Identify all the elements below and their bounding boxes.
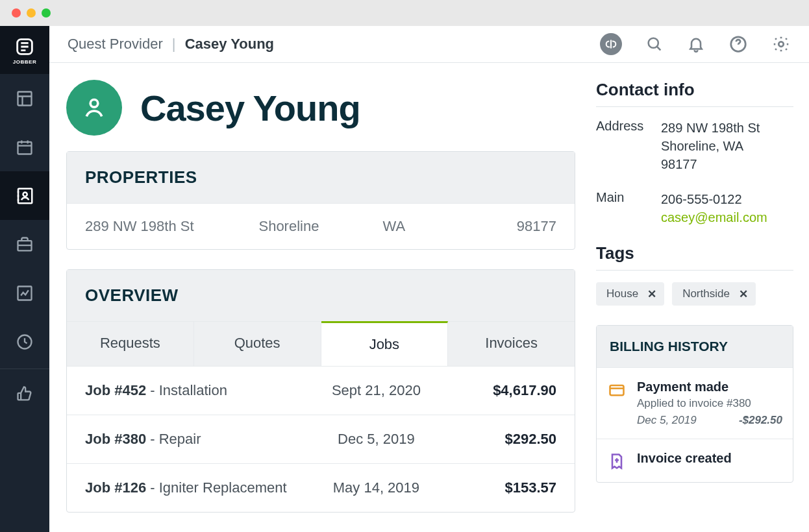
calendar-icon	[16, 138, 34, 156]
tag-label: House	[596, 282, 645, 306]
nav-work[interactable]	[0, 220, 49, 269]
job-amount: $292.50	[445, 431, 556, 448]
tags-row: House ✕ Northside ✕	[596, 282, 793, 306]
billing-item-sub: Applied to invoice #380	[637, 397, 782, 410]
tab-jobs[interactable]: Jobs	[321, 321, 449, 366]
job-date: May 14, 2019	[307, 479, 446, 496]
svg-point-11	[90, 100, 98, 108]
nav-feedback[interactable]	[0, 369, 49, 418]
property-row[interactable]: 289 NW 198th St Shoreline WA 98177	[67, 203, 575, 249]
svg-rect-12	[610, 385, 624, 395]
nav-clients[interactable]	[0, 171, 49, 220]
billing-item[interactable]: Payment made Applied to invoice #380 Dec…	[597, 367, 793, 439]
property-street: 289 NW 198th St	[85, 218, 258, 235]
help-icon	[728, 34, 748, 54]
nav-calendar[interactable]	[0, 123, 49, 171]
address-label: Address	[596, 119, 661, 173]
credit-card-icon	[608, 381, 626, 399]
address-line2: Shoreline, WA	[661, 137, 793, 155]
briefcase-icon	[16, 236, 34, 254]
tag-remove-icon[interactable]: ✕	[736, 287, 756, 301]
dashboard-icon	[16, 90, 34, 108]
property-city: Shoreline	[258, 218, 382, 235]
breadcrumb-client: Casey Young	[185, 36, 274, 52]
job-desc: Repair	[159, 431, 201, 447]
topbar: Quest Provider | Casey Young	[49, 26, 809, 63]
chart-icon	[16, 284, 34, 302]
thumbs-up-icon	[16, 385, 34, 403]
app-logo[interactable]: JOBBER	[0, 26, 49, 74]
billing-item-amount: -$292.50	[739, 414, 782, 427]
overview-tabs: Requests Quotes Jobs Invoices	[67, 321, 575, 366]
job-date: Dec 5, 2019	[307, 431, 446, 448]
job-id: Job #380	[85, 431, 146, 447]
window-close-button[interactable]	[12, 8, 21, 18]
svg-point-4	[23, 192, 27, 196]
help-button[interactable]	[728, 34, 748, 54]
tag-chip[interactable]: Northside ✕	[672, 282, 756, 306]
job-date: Sept 21, 2020	[307, 382, 446, 399]
tag-label: Northside	[672, 282, 736, 306]
search-icon	[645, 35, 664, 53]
svg-rect-2	[18, 141, 32, 154]
nav-reports[interactable]	[0, 269, 49, 317]
svg-point-10	[778, 42, 784, 47]
billing-item[interactable]: Invoice created	[597, 439, 793, 482]
tab-invoices[interactable]: Invoices	[448, 322, 575, 366]
tags-heading: Tags	[596, 243, 793, 263]
property-zip: 98177	[482, 218, 556, 235]
clock-icon	[16, 333, 34, 351]
nav-dashboard[interactable]	[0, 74, 49, 123]
job-row[interactable]: Job #452 - Installation Sept 21, 2020 $4…	[67, 366, 575, 415]
properties-heading: PROPERTIES	[67, 152, 575, 203]
svg-rect-1	[18, 91, 32, 105]
search-button[interactable]	[645, 35, 664, 53]
billing-item-title: Invoice created	[637, 451, 782, 466]
email-link[interactable]: casey@email.com	[661, 208, 793, 226]
client-header: Casey Young	[66, 80, 575, 136]
window-minimize-button[interactable]	[27, 8, 36, 18]
window-titlebar	[0, 0, 809, 26]
tag-remove-icon[interactable]: ✕	[645, 287, 664, 301]
notifications-button[interactable]	[687, 35, 705, 53]
address-zip: 98177	[661, 155, 793, 173]
invoice-icon	[608, 452, 626, 470]
gear-icon	[771, 34, 791, 54]
property-state: WA	[383, 218, 482, 235]
main-label: Main	[596, 190, 661, 226]
address-line1: 289 NW 198th St	[661, 119, 793, 137]
properties-panel: PROPERTIES 289 NW 198th St Shoreline WA …	[66, 151, 575, 250]
bell-icon	[687, 35, 705, 53]
breadcrumb-company[interactable]: Quest Provider	[68, 36, 163, 52]
billing-item-title: Payment made	[637, 380, 782, 394]
contact-info-heading: Contact info	[596, 80, 793, 100]
sidebar: JOBBER	[0, 26, 49, 532]
tab-quotes[interactable]: Quotes	[194, 322, 321, 366]
tag-chip[interactable]: House ✕	[596, 282, 664, 306]
logo-text: JOBBER	[13, 59, 36, 65]
avatar	[66, 80, 122, 136]
tab-requests[interactable]: Requests	[67, 322, 194, 366]
phone-value: 206-555-0122	[661, 190, 793, 208]
logo-icon	[14, 36, 36, 58]
breadcrumb: Quest Provider | Casey Young	[68, 36, 274, 53]
job-id: Job #452	[85, 382, 146, 398]
quickbooks-button[interactable]	[600, 33, 622, 55]
window-maximize-button[interactable]	[42, 8, 51, 18]
breadcrumb-separator: |	[172, 36, 176, 52]
job-amount: $4,617.90	[445, 382, 556, 399]
job-amount: $153.57	[445, 479, 556, 496]
quickbooks-icon	[600, 33, 622, 55]
job-desc: Installation	[159, 382, 227, 398]
job-desc: Igniter Replacement	[159, 479, 287, 496]
contact-address-row: Address 289 NW 198th St Shoreline, WA 98…	[596, 119, 793, 173]
job-row[interactable]: Job #380 - Repair Dec 5, 2019 $292.50	[67, 415, 575, 463]
overview-panel: OVERVIEW Requests Quotes Jobs Invoices J…	[66, 269, 575, 513]
job-row[interactable]: Job #126 - Igniter Replacement May 14, 2…	[67, 463, 575, 512]
contact-main-row: Main 206-555-0122 casey@email.com	[596, 190, 793, 226]
billing-history-panel: BILLING HISTORY Payment made Applied to …	[596, 325, 793, 483]
contacts-icon	[15, 186, 34, 206]
nav-timesheet[interactable]	[0, 317, 49, 366]
settings-button[interactable]	[771, 34, 791, 54]
overview-heading: OVERVIEW	[67, 270, 575, 321]
